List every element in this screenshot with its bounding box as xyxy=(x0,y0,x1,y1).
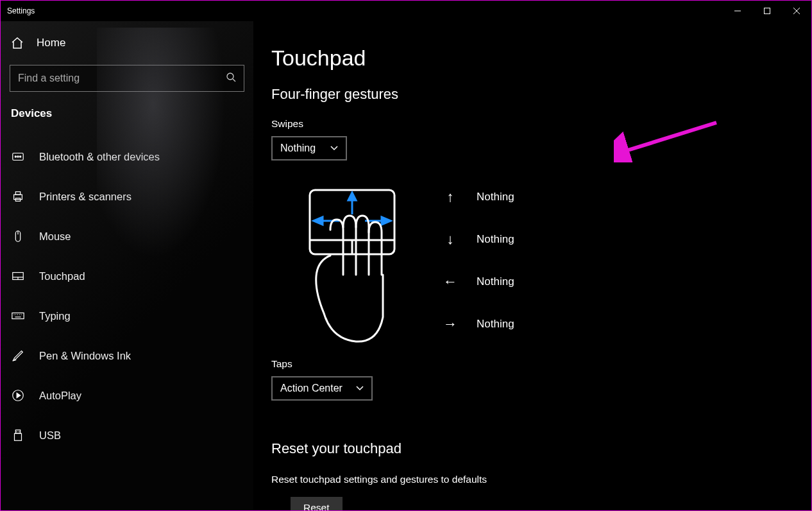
gesture-down-value: Nothing xyxy=(477,233,514,246)
svg-rect-1 xyxy=(765,8,770,14)
taps-value: Action Center xyxy=(280,383,343,394)
svg-rect-18 xyxy=(12,313,24,318)
sidebar-item-label: USB xyxy=(39,429,61,442)
home-icon xyxy=(11,37,24,49)
titlebar: Settings xyxy=(1,1,811,21)
keyboard-icon xyxy=(11,309,25,323)
sidebar: Home Find a setting Devices Bluetooth & … xyxy=(1,21,253,510)
gesture-down: ↓ Nothing xyxy=(443,231,514,248)
sidebar-item-label: Touchpad xyxy=(39,270,85,282)
sidebar-item-label: AutoPlay xyxy=(39,390,81,402)
sidebar-item-label: Mouse xyxy=(39,230,71,243)
pen-icon xyxy=(11,349,25,363)
window-controls xyxy=(723,1,811,21)
svg-marker-26 xyxy=(17,393,21,397)
arrow-left-icon: ← xyxy=(443,273,457,290)
sidebar-item-autoplay[interactable]: AutoPlay xyxy=(1,376,253,415)
arrow-up-icon: ↑ xyxy=(443,189,457,205)
swipes-value: Nothing xyxy=(280,143,316,154)
autoplay-icon xyxy=(11,388,25,403)
swipes-dropdown[interactable]: Nothing xyxy=(271,136,347,160)
sidebar-item-label: Typing xyxy=(39,310,71,322)
svg-rect-28 xyxy=(15,433,22,440)
svg-point-8 xyxy=(17,156,19,157)
sidebar-item-touchpad[interactable]: Touchpad xyxy=(1,256,253,296)
svg-point-9 xyxy=(20,156,21,157)
svg-rect-10 xyxy=(14,195,22,199)
home-label: Home xyxy=(37,37,65,49)
gesture-list: ↑ Nothing ↓ Nothing ← Nothing → Nothing xyxy=(443,189,514,333)
sidebar-item-label: Bluetooth & other devices xyxy=(39,151,160,163)
gesture-left: ← Nothing xyxy=(443,273,514,290)
search-input[interactable]: Find a setting xyxy=(10,65,244,92)
printer-icon xyxy=(11,189,25,204)
section-title: Devices xyxy=(1,107,253,120)
search-placeholder: Find a setting xyxy=(18,73,226,84)
reset-heading: Reset your touchpad xyxy=(271,440,811,457)
gesture-left-value: Nothing xyxy=(477,275,514,288)
bluetooth-icon xyxy=(11,150,25,164)
svg-marker-37 xyxy=(314,217,323,225)
sidebar-item-printers[interactable]: Printers & scanners xyxy=(1,177,253,216)
sidebar-item-label: Printers & scanners xyxy=(39,191,131,203)
svg-point-7 xyxy=(15,156,16,157)
sidebar-item-label: Pen & Windows Ink xyxy=(39,350,131,362)
home-button[interactable]: Home xyxy=(1,21,253,65)
gesture-right-value: Nothing xyxy=(477,318,514,331)
window-title: Settings xyxy=(7,6,35,15)
usb-icon xyxy=(11,428,25,442)
svg-point-4 xyxy=(227,73,233,80)
sidebar-item-usb[interactable]: USB xyxy=(1,415,253,455)
chevron-down-icon xyxy=(330,144,338,153)
reset-button[interactable]: Reset xyxy=(291,497,343,510)
taps-label: Taps xyxy=(271,358,811,370)
page-title: Touchpad xyxy=(271,46,811,71)
svg-line-5 xyxy=(233,79,235,82)
swipes-label: Swipes xyxy=(271,118,811,130)
chevron-down-icon xyxy=(356,384,364,393)
minimize-button[interactable] xyxy=(723,1,752,21)
svg-marker-39 xyxy=(382,217,391,225)
sidebar-item-bluetooth[interactable]: Bluetooth & other devices xyxy=(1,137,253,177)
svg-rect-27 xyxy=(15,430,20,434)
arrow-right-icon: → xyxy=(443,316,457,333)
search-icon xyxy=(226,72,236,85)
sidebar-item-mouse[interactable]: Mouse xyxy=(1,216,253,256)
maximize-button[interactable] xyxy=(752,1,782,21)
gesture-right: → Nothing xyxy=(443,316,514,333)
taps-dropdown[interactable]: Action Center xyxy=(271,376,373,401)
gesture-up-value: Nothing xyxy=(477,191,514,204)
svg-rect-11 xyxy=(15,192,20,195)
sidebar-item-pen[interactable]: Pen & Windows Ink xyxy=(1,336,253,376)
arrow-down-icon: ↓ xyxy=(443,231,457,248)
content-area: Touchpad Four-finger gestures Swipes Not… xyxy=(253,21,811,510)
mouse-icon xyxy=(11,229,25,243)
gesture-illustration xyxy=(294,185,397,345)
sidebar-item-typing[interactable]: Typing xyxy=(1,296,253,336)
svg-marker-35 xyxy=(348,193,356,200)
gesture-up: ↑ Nothing xyxy=(443,189,514,205)
reset-description: Reset touchpad settings and gestures to … xyxy=(271,474,811,485)
touchpad-icon xyxy=(11,269,25,283)
close-button[interactable] xyxy=(782,1,811,21)
section-heading: Four-finger gestures xyxy=(271,86,811,103)
